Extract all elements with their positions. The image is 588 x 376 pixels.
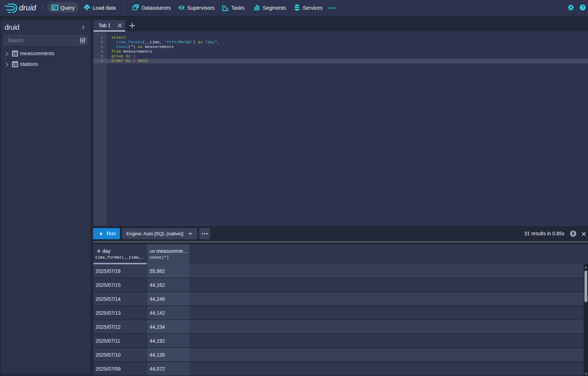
svg-text:?: ? (581, 5, 584, 10)
